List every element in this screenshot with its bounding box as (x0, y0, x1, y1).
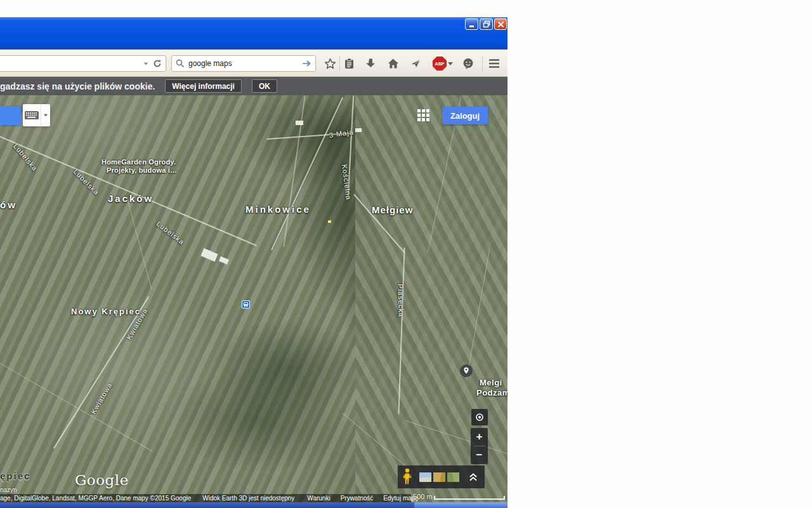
pegman-icon (403, 468, 412, 486)
reload-icon[interactable] (152, 58, 163, 69)
toolbar-separator (482, 56, 483, 71)
apps-grid-icon[interactable] (417, 109, 429, 121)
town-label-nowy-krepiec: Nowy Krępiec (71, 307, 141, 316)
road-label-piasecka: Piasecka (396, 284, 405, 318)
chat-smiley-icon[interactable] (461, 57, 476, 70)
home-icon[interactable] (385, 57, 400, 70)
adblock-dropdown-icon[interactable] (446, 57, 455, 70)
bookmark-star-icon[interactable] (322, 57, 337, 70)
cookie-more-info-button[interactable]: Więcej informacji (165, 79, 242, 93)
building (355, 128, 362, 132)
cookie-ok-button[interactable]: OK (252, 79, 277, 93)
close-button[interactable] (494, 18, 507, 30)
menu-hamburger-icon[interactable] (487, 57, 502, 70)
map-credits: age, DigitalGlobe, Landsat, MGGP Aero, D… (0, 495, 191, 502)
abp-label: ABP (435, 62, 445, 66)
town-label-melgiew: Mełgiew (372, 204, 413, 215)
minimize-icon (468, 20, 476, 28)
input-tools-control[interactable] (23, 104, 50, 126)
imagery-thumb-photo[interactable] (419, 472, 431, 482)
screen: ABP gadzasz się na użycie plików cookie.… (0, 0, 812, 508)
earth-3d-notice: Widok Earth 3D jest niedostępny (202, 495, 294, 502)
toolbar-separator (339, 56, 340, 71)
search-bar[interactable] (171, 55, 316, 72)
town-label-krepiec: ępiec (0, 471, 30, 481)
town-label-minkowice: Minkowice (246, 204, 311, 215)
poi-label-line2: Projekty, budowa i… (107, 166, 177, 174)
zoom-control: + − (471, 428, 488, 464)
poi-pin-icon[interactable] (459, 364, 473, 380)
url-input[interactable] (0, 56, 143, 71)
search-go-icon[interactable] (302, 60, 311, 67)
maps-search-button-fragment[interactable] (0, 106, 21, 125)
bookmarks-menu-icon[interactable] (341, 57, 357, 70)
poi-label-magazyn: nazyn (0, 486, 17, 493)
poi-label-line1: HomeGarden Ogrody. (102, 158, 176, 166)
building (296, 121, 303, 125)
window-titlebar[interactable] (0, 17, 508, 50)
search-input[interactable] (188, 59, 298, 68)
cookie-notice-bar: gadzasz się na użycie plików cookie. Wię… (0, 77, 508, 95)
close-icon (497, 21, 504, 28)
transit-station-icon[interactable] (242, 300, 250, 309)
pegman-button[interactable] (398, 465, 417, 488)
url-dropdown-icon[interactable] (144, 62, 148, 65)
downloads-icon[interactable] (363, 57, 378, 70)
privacy-link[interactable]: Prywatność (341, 495, 374, 502)
imagery-thumb-green[interactable] (447, 472, 459, 482)
map-marker-dot (328, 220, 331, 223)
terms-link[interactable]: Warunki (307, 495, 330, 502)
double-chevron-up-icon (469, 472, 478, 482)
google-logo: Google (75, 472, 129, 488)
sign-in-button[interactable]: Zaloguj (442, 107, 488, 124)
search-icon (176, 59, 185, 68)
imagery-thumbnails (417, 465, 462, 488)
town-label-jackow: Jacków (108, 193, 154, 204)
zoom-in-button[interactable]: + (471, 428, 488, 446)
chevron-down-icon (44, 114, 48, 117)
minimize-button[interactable] (465, 18, 478, 30)
input-tools-dropdown[interactable] (41, 104, 50, 126)
imagery-thumb-field[interactable] (433, 472, 445, 482)
share-plane-icon[interactable] (407, 57, 422, 70)
restore-icon (483, 20, 490, 28)
restore-button[interactable] (480, 18, 493, 30)
cookie-message: gadzasz się na użycie plików cookie. (0, 81, 155, 91)
town-label: ów (0, 199, 17, 210)
taskbar-button-fragment[interactable] (414, 502, 508, 508)
my-location-icon (475, 412, 485, 422)
town-label-cut: Podzam (476, 388, 508, 398)
my-location-button[interactable] (471, 409, 488, 425)
imagery-expand-button[interactable] (462, 465, 485, 488)
attribution-bar: age, DigitalGlobe, Landsat, MGGP Aero, D… (0, 494, 411, 502)
imagery-strip (398, 465, 485, 488)
scale-text: 500 m (413, 493, 433, 500)
url-bar[interactable] (0, 55, 166, 72)
scale-bar (434, 496, 505, 500)
map-canvas[interactable]: ów Jacków Minkowice Mełgiew Nowy Krępiec… (0, 95, 508, 502)
town-label-cut: Melgi (480, 378, 502, 387)
keyboard-icon[interactable] (23, 111, 41, 119)
zoom-out-button[interactable]: − (471, 446, 488, 464)
